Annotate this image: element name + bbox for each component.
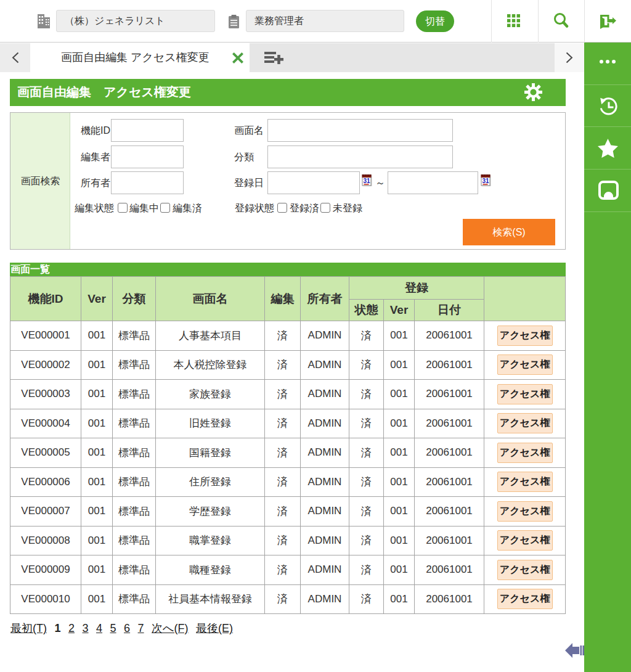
- svg-text:31: 31: [482, 178, 489, 184]
- svg-text:31: 31: [363, 178, 370, 184]
